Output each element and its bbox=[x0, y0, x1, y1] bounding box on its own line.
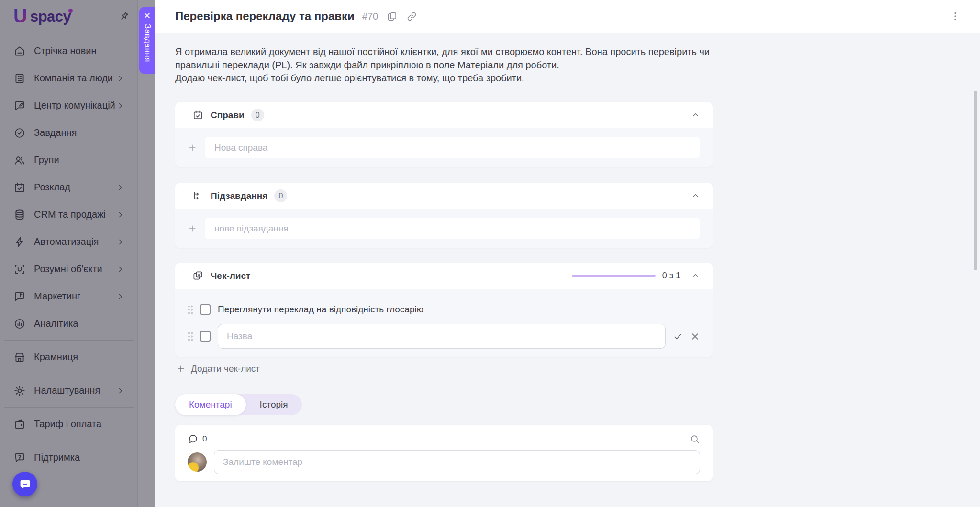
more-options-icon[interactable] bbox=[949, 11, 961, 22]
checklist-card: Чек-лист 0 з 1 Переглянути переклад на в… bbox=[175, 263, 713, 357]
close-icon[interactable] bbox=[143, 11, 151, 20]
checklist-item-checkbox[interactable] bbox=[200, 304, 211, 315]
checklist-progress-text: 0 з 1 bbox=[662, 271, 680, 281]
checklist-card-body: Переглянути переклад на відповідність гл… bbox=[175, 289, 713, 357]
support-chat-button[interactable] bbox=[12, 472, 37, 496]
drag-handle-icon[interactable] bbox=[188, 305, 193, 315]
tab-history[interactable]: Історія bbox=[246, 394, 302, 415]
drawer-tab-tasks[interactable]: Завдання bbox=[139, 7, 155, 74]
drag-handle-icon[interactable] bbox=[188, 331, 193, 342]
comment-bubble-icon bbox=[188, 433, 199, 444]
collapse-chevron-icon[interactable] bbox=[691, 271, 700, 280]
todos-card-body: Нова справа bbox=[175, 128, 713, 167]
copy-icon[interactable] bbox=[387, 11, 398, 22]
new-item-checkbox[interactable] bbox=[200, 331, 211, 342]
subtasks-count-badge: 0 bbox=[274, 189, 287, 202]
drawer-tab-label: Завдання bbox=[143, 24, 152, 62]
plus-icon[interactable] bbox=[188, 224, 197, 233]
task-description: Я отримала великий документ від нашої по… bbox=[175, 45, 718, 85]
description-paragraph: Додаю чек-лист, щоб тобі було легше оріє… bbox=[175, 72, 718, 85]
task-drawer: Перевірка перекладу та правки #70 Я отри… bbox=[155, 0, 980, 507]
modal-overlay[interactable] bbox=[0, 0, 155, 507]
todos-count-badge: 0 bbox=[251, 109, 264, 121]
checklist-icon bbox=[192, 270, 203, 281]
activity-tabs: Коментарі Історія bbox=[175, 394, 302, 415]
app-root: U spacy Стрічка новин Компанія та люди Ц… bbox=[0, 0, 980, 507]
current-user-avatar bbox=[188, 452, 207, 472]
comments-card: 0 Залиште коментар bbox=[175, 425, 713, 481]
scrollbar-thumb[interactable] bbox=[974, 91, 977, 270]
subtasks-card-body: нове підзавдання bbox=[175, 209, 713, 248]
new-subtask-input[interactable]: нове підзавдання bbox=[205, 218, 700, 239]
plus-icon[interactable] bbox=[188, 143, 197, 153]
add-checklist-button[interactable]: Додати чек-лист bbox=[176, 364, 260, 374]
new-todo-input[interactable]: Нова справа bbox=[205, 137, 700, 158]
subtasks-branch-icon bbox=[192, 190, 203, 201]
subtasks-card-header: Підзавдання 0 bbox=[175, 183, 713, 209]
plus-icon bbox=[176, 364, 186, 374]
todos-title: Справи bbox=[211, 110, 245, 121]
todos-card-header: Справи 0 bbox=[175, 102, 713, 128]
collapse-chevron-icon[interactable] bbox=[691, 191, 700, 200]
comment-input[interactable]: Залиште коментар bbox=[214, 450, 700, 474]
subtasks-title: Підзавдання bbox=[211, 191, 267, 201]
checklist-new-item-row: Назва bbox=[188, 324, 700, 348]
checklist-title: Чек-лист bbox=[211, 271, 250, 281]
checklist-item-row: Переглянути переклад на відповідність гл… bbox=[188, 298, 700, 321]
subtasks-card: Підзавдання 0 нове підзавдання bbox=[175, 183, 713, 248]
collapse-chevron-icon[interactable] bbox=[691, 110, 700, 120]
description-paragraph: Я отримала великий документ від нашої по… bbox=[175, 45, 718, 72]
checklist-progress-bar bbox=[572, 275, 656, 277]
comments-count: 0 bbox=[202, 434, 207, 444]
task-number: #70 bbox=[362, 11, 378, 22]
confirm-check-icon[interactable] bbox=[673, 331, 683, 342]
calendar-check-icon bbox=[192, 110, 203, 121]
checklist-card-header: Чек-лист 0 з 1 bbox=[175, 263, 713, 289]
new-checklist-item-input[interactable]: Назва bbox=[218, 324, 666, 349]
link-icon[interactable] bbox=[406, 11, 417, 22]
chat-bubble-icon bbox=[19, 478, 32, 491]
tab-comments[interactable]: Коментарі bbox=[175, 394, 246, 415]
search-icon[interactable] bbox=[690, 434, 700, 444]
cancel-x-icon[interactable] bbox=[690, 331, 700, 342]
task-header: Перевірка перекладу та правки #70 bbox=[155, 0, 980, 33]
todos-card: Справи 0 Нова справа bbox=[175, 102, 713, 167]
task-title: Перевірка перекладу та правки bbox=[175, 10, 355, 23]
checklist-item-label: Переглянути переклад на відповідність гл… bbox=[218, 304, 423, 315]
